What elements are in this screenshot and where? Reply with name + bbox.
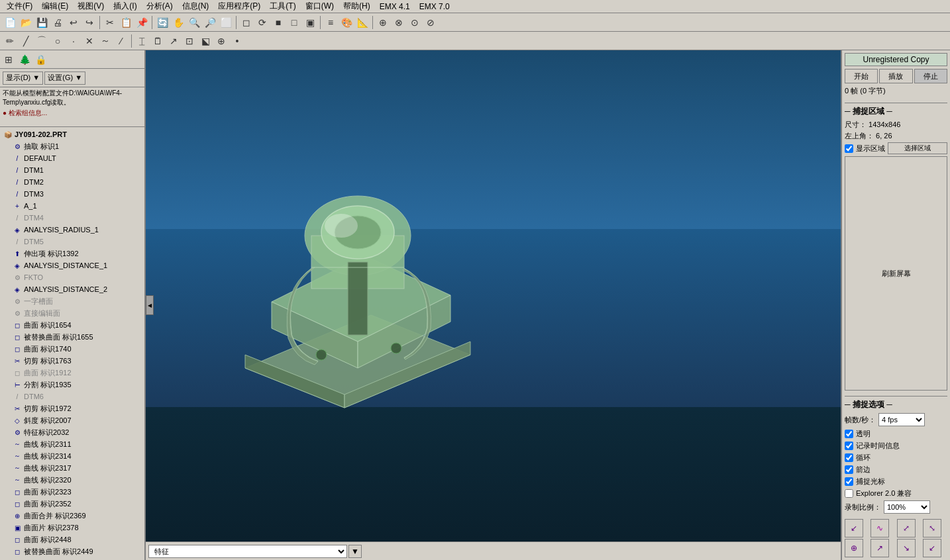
refresh-btn[interactable]: 刷新屏幕 — [845, 156, 947, 391]
tree-item[interactable]: /DTM2 — [1, 176, 143, 188]
tree-item[interactable]: ◻曲面 标识1740 — [1, 343, 143, 355]
tree-item[interactable]: ～曲线 标识2311 — [1, 438, 143, 450]
tree-item[interactable]: ◇斜度 标识2007 — [1, 414, 143, 426]
tb-extra3[interactable]: ⊙ — [407, 15, 422, 30]
tb-pan[interactable]: ✋ — [171, 15, 185, 30]
menu-app[interactable]: 应用程序(P) — [214, 0, 264, 13]
right-icon-2[interactable]: ∿ — [871, 519, 889, 537]
tb-view2[interactable]: ⟳ — [255, 15, 270, 30]
tb2-arc[interactable]: ⌒ — [34, 34, 49, 48]
menu-tools[interactable]: 工具(T) — [266, 0, 299, 13]
menu-emx41[interactable]: EMX 4.1 — [376, 1, 414, 12]
lt-tree[interactable]: 🌲 — [17, 52, 32, 67]
border-checkbox[interactable] — [845, 465, 853, 474]
tree-item[interactable]: +A_1 — [1, 200, 143, 212]
tb2-slash[interactable]: ∕ — [114, 34, 129, 48]
tb-cut[interactable]: ✂ — [103, 15, 117, 30]
tb-fit[interactable]: ⬜ — [219, 15, 233, 30]
right-icon-7[interactable]: ↘ — [897, 539, 916, 557]
tb2-wave[interactable]: ～ — [98, 34, 113, 48]
tree-item[interactable]: ～曲线 标识2314 — [1, 450, 143, 462]
menu-info[interactable]: 信息(N) — [178, 0, 213, 13]
tb2-ref[interactable]: ↗ — [166, 34, 181, 48]
tb2-sketch[interactable]: ✏ — [3, 34, 17, 48]
tb2-note[interactable]: 🗒 — [150, 34, 165, 48]
lt-lock[interactable]: 🔒 — [33, 52, 48, 67]
tb2-line[interactable]: ╱ — [19, 34, 33, 48]
tb-view1[interactable]: ◻ — [239, 15, 254, 30]
tb-zoom-in[interactable]: 🔍 — [187, 15, 201, 30]
tb-open[interactable]: 📂 — [19, 15, 33, 30]
menu-file[interactable]: 文件(F) — [3, 0, 36, 13]
tb2-point[interactable]: • — [230, 34, 244, 48]
tree-item[interactable]: ◻被替换曲面 标识2449 — [1, 545, 143, 557]
tree-item[interactable]: ⚙造像 标识2581 — [1, 557, 143, 560]
tree-item[interactable]: ⊢分割 标识1935 — [1, 379, 143, 391]
select-region-btn[interactable]: 选择区域 — [888, 142, 947, 154]
tree-item[interactable]: ✂切剪 标识1972 — [1, 402, 143, 414]
right-icon-5[interactable]: ⊕ — [845, 539, 863, 557]
tb-layers[interactable]: ≡ — [323, 15, 338, 30]
tb-undo[interactable]: ↩ — [66, 15, 81, 30]
tree-item[interactable]: ⚙特征标识2032 — [1, 426, 143, 438]
tb-hidden[interactable]: ▣ — [303, 15, 317, 30]
loop-checkbox[interactable] — [845, 453, 853, 462]
settings-dropdown[interactable]: 设置(G) ▼ — [44, 71, 85, 85]
transparent-checkbox[interactable] — [845, 430, 853, 438]
tree-item[interactable]: /DTM1 — [1, 164, 143, 176]
tb-copy[interactable]: 📋 — [119, 15, 133, 30]
menu-view[interactable]: 视图(V) — [74, 0, 108, 13]
tree-item[interactable]: /DTM3 — [1, 188, 143, 200]
tree-item[interactable]: ▣曲面片 标识2378 — [1, 522, 143, 534]
menu-window[interactable]: 窗口(W) — [301, 0, 338, 13]
tree-item[interactable]: /DTM5 — [1, 236, 143, 248]
right-icon-3[interactable]: ⤢ — [897, 519, 916, 537]
status-icon-btn[interactable]: ▼ — [348, 545, 362, 558]
tree-item[interactable]: ◻曲面 标识1654 — [1, 319, 143, 331]
menu-analysis[interactable]: 分析(A) — [142, 0, 177, 13]
tree-item[interactable]: ◻曲面 标识2352 — [1, 498, 143, 510]
tree-item[interactable]: ◻曲面 标识2448 — [1, 534, 143, 545]
right-icon-6[interactable]: ↗ — [871, 539, 889, 557]
tb2-circle[interactable]: ○ — [50, 34, 65, 48]
tb2-dim[interactable]: ⌶ — [134, 34, 149, 48]
menu-help[interactable]: 帮助(H) — [339, 0, 374, 13]
tree-item[interactable]: ✂切剪 标识1763 — [1, 355, 143, 367]
menu-insert[interactable]: 插入(I) — [109, 0, 140, 13]
right-icon-8[interactable]: ↙ — [923, 539, 941, 557]
right-icon-4[interactable]: ⤡ — [923, 519, 941, 537]
tree-item[interactable]: ～曲线 标识2317 — [1, 462, 143, 474]
tb-measure[interactable]: 📐 — [355, 15, 370, 30]
right-icon-1[interactable]: ↙ — [845, 519, 863, 537]
tb-new[interactable]: 📄 — [3, 15, 17, 30]
tb-print[interactable]: 🖨 — [50, 15, 65, 30]
tb-wireframe[interactable]: □ — [287, 15, 301, 30]
record-time-checkbox[interactable] — [845, 442, 853, 450]
tree-item[interactable]: ◈ANALYSIS_RADIUS_1 — [1, 224, 143, 236]
tree-root[interactable]: 📦 JY091-202.PRT — [1, 128, 143, 140]
tree-item[interactable]: ⬆伸出项 标识1392 — [1, 248, 143, 259]
tree-area[interactable]: 📦 JY091-202.PRT ⚙抽取 标识1/DEFAULT/DTM1/DTM… — [0, 127, 144, 560]
show-region-checkbox[interactable] — [845, 144, 853, 153]
tb-colors[interactable]: 🎨 — [339, 15, 354, 30]
tb-extra2[interactable]: ⊗ — [392, 15, 406, 30]
tree-item[interactable]: /DTM4 — [1, 212, 143, 224]
menu-emx70[interactable]: EMX 7.0 — [415, 1, 454, 12]
tb2-plane[interactable]: ⬕ — [198, 34, 213, 48]
tb-redo[interactable]: ↪ — [82, 15, 97, 30]
tb2-dot[interactable]: · — [66, 34, 81, 48]
tree-item[interactable]: ⚙FKTO — [1, 271, 143, 283]
collapse-panel-btn[interactable]: ◀ — [146, 295, 154, 315]
tree-item[interactable]: ～曲线 标识2320 — [1, 474, 143, 486]
tb2-cross[interactable]: ✕ — [82, 34, 97, 48]
preview-btn[interactable]: 插放 — [879, 69, 912, 83]
tree-item[interactable]: /DEFAULT — [1, 152, 143, 164]
tb-shading[interactable]: ■ — [271, 15, 286, 30]
tb-paste[interactable]: 📌 — [134, 15, 149, 30]
tb-extra1[interactable]: ⊕ — [376, 15, 390, 30]
lt-grid[interactable]: ⊞ — [1, 52, 16, 67]
tree-item[interactable]: ◻被替换曲面 标识1655 — [1, 331, 143, 343]
tree-item[interactable]: ⚙直接编辑面 — [1, 307, 143, 319]
tb2-select[interactable]: ⊡ — [182, 34, 197, 48]
tb-zoom-out[interactable]: 🔎 — [203, 15, 217, 30]
